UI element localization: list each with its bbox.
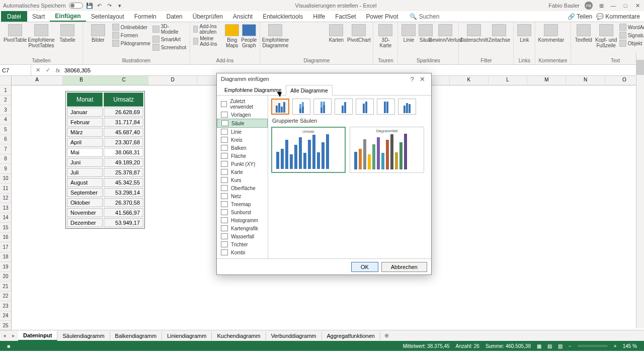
header-footer-button[interactable]: Kopf- und Fußzeile <box>595 23 617 48</box>
cell-monat[interactable]: Juni <box>67 158 103 167</box>
timeline-button[interactable]: Zeitachse <box>488 23 510 43</box>
chart-type-kurs[interactable]: Kurs <box>217 176 268 184</box>
row-header-11[interactable]: 11 <box>0 184 11 194</box>
cell-monat[interactable]: November <box>67 208 103 217</box>
cell-monat[interactable]: Dezember <box>67 218 103 227</box>
table-row[interactable]: Januar26.628,69 <box>67 108 143 117</box>
save-icon[interactable]: 💾 <box>86 2 93 9</box>
table-row[interactable]: Mai38.068,31 <box>67 148 143 157</box>
smartart-button[interactable]: SmartArt <box>152 35 187 43</box>
row-header-5[interactable]: 5 <box>0 125 11 135</box>
qat-customize-icon[interactable]: ▾ <box>116 2 123 9</box>
row-header-7[interactable]: 7 <box>0 144 11 154</box>
table-row[interactable]: September53.298,14 <box>67 188 143 197</box>
window-options-icon[interactable]: ⊞ <box>598 2 605 9</box>
vertical-scrollbar[interactable] <box>636 53 644 328</box>
fx-icon[interactable]: fx <box>54 67 61 73</box>
row-header-4[interactable]: 4 <box>0 115 11 125</box>
view-pagebreak-icon[interactable]: ▧ <box>558 343 562 349</box>
pictures-button[interactable]: Bilder <box>86 23 110 43</box>
cell-monat[interactable]: Mai <box>67 148 103 157</box>
new-sheet-button[interactable]: ⊕ <box>380 331 393 340</box>
chart-type-linie[interactable]: Linie <box>217 128 268 136</box>
subtype-3d-clustered[interactable] <box>335 99 353 115</box>
chart-type-punkt-xy-[interactable]: Punkt (XY) <box>217 160 268 168</box>
name-box[interactable]: C7 <box>0 65 31 75</box>
cancel-formula-icon[interactable]: ✕ <box>34 67 41 73</box>
cell-monat[interactable]: Juli <box>67 168 103 177</box>
cell-umsatz[interactable]: 26.370,58 <box>104 198 143 207</box>
dialog-cancel-button[interactable]: Abbrechen <box>381 262 427 272</box>
row-header-21[interactable]: 21 <box>0 282 11 292</box>
col-header-B[interactable]: B <box>63 76 100 85</box>
sheet-tab-verbunddiagramm[interactable]: Verbunddiagramm <box>266 331 322 340</box>
comments-button[interactable]: 💬 Kommentare <box>596 13 640 20</box>
chart-gallery-col-icon[interactable] <box>289 23 299 31</box>
row-header-9[interactable]: 9 <box>0 164 11 174</box>
sheet-tab-aggregatfunktionen[interactable]: Aggregatfunktionen <box>322 331 380 340</box>
file-tab[interactable]: Datei <box>1 11 27 22</box>
tab-hilfe[interactable]: Hilfe <box>308 11 330 22</box>
cell-umsatz[interactable]: 25.378,87 <box>104 168 143 177</box>
dialog-ok-button[interactable]: OK <box>351 262 378 272</box>
shapes-button[interactable]: Formen <box>112 31 150 39</box>
3dmodels-button[interactable]: 3D-Modelle <box>152 23 187 35</box>
col-header-C[interactable]: C <box>100 76 149 85</box>
chart-type-kreis[interactable]: Kreis <box>217 136 268 144</box>
chart-gallery-pie-icon[interactable] <box>313 23 324 31</box>
tab-einfuegen[interactable]: Einfügen <box>50 11 86 22</box>
comment-button[interactable]: Kommentar <box>538 23 564 43</box>
cell-monat[interactable]: September <box>67 188 103 197</box>
cell-umsatz[interactable]: 53.298,14 <box>104 188 143 197</box>
table-row[interactable]: März45.687,40 <box>67 128 143 137</box>
chart-type-kartengrafik[interactable]: Kartengrafik <box>217 224 268 232</box>
tab-ueberpruefen[interactable]: Überprüfen <box>188 11 228 22</box>
cell-umsatz[interactable]: 45.687,40 <box>104 128 143 137</box>
chart-type-balken[interactable]: Balken <box>217 144 268 152</box>
col-header-N[interactable]: N <box>566 76 605 85</box>
row-header-18[interactable]: 18 <box>0 252 11 262</box>
chart-type-karte[interactable]: Karte <box>217 168 268 176</box>
table-row[interactable]: Juli25.378,87 <box>67 168 143 177</box>
tab-ansicht[interactable]: Ansicht <box>228 11 258 22</box>
slicer-button[interactable]: Datenschnitt <box>462 23 486 43</box>
row-header-2[interactable]: 2 <box>0 96 11 106</box>
chart-gallery-bar-icon[interactable] <box>289 32 299 40</box>
row-header-23[interactable]: 23 <box>0 301 11 311</box>
col-header-K[interactable]: K <box>450 76 489 85</box>
chart-type-treemap[interactable]: Treemap <box>217 200 268 208</box>
cell-monat[interactable]: Oktober <box>67 198 103 207</box>
user-avatar[interactable]: FB <box>585 2 593 10</box>
object-button[interactable]: Objekt <box>619 39 644 47</box>
cell-monat[interactable]: März <box>67 128 103 137</box>
macro-record-icon[interactable]: ■ <box>7 343 10 349</box>
sheet-tab-säulendiagramm[interactable]: Säulendiagramm <box>57 331 110 340</box>
cell-umsatz[interactable]: 49.189,20 <box>104 158 143 167</box>
chart-type-histogramm[interactable]: Histogramm <box>217 216 268 224</box>
pivotchart-button[interactable]: PivotChart <box>348 23 370 43</box>
pictograms-button[interactable]: Piktogramme <box>112 39 150 47</box>
dialog-close-icon[interactable]: ✕ <box>417 75 427 83</box>
bing-maps-button[interactable]: Bing Maps <box>225 23 239 48</box>
table-row[interactable]: Dezember53.949,17 <box>67 218 143 227</box>
chart-gallery-scatter-icon[interactable] <box>313 32 324 40</box>
redo-icon[interactable]: ↷ <box>106 2 113 9</box>
subtype-100stacked-column[interactable] <box>313 99 332 115</box>
table-row[interactable]: August45.342,55 <box>67 178 143 187</box>
people-graph-button[interactable]: People Graph <box>241 23 257 48</box>
row-header-6[interactable]: 6 <box>0 135 11 145</box>
dialog-help-icon[interactable]: ? <box>407 75 417 83</box>
row-header-14[interactable]: 14 <box>0 213 11 223</box>
sheet-tab-dateninput[interactable]: Dateninput <box>18 331 57 341</box>
chart-type-netz[interactable]: Netz <box>217 192 268 200</box>
table-row[interactable]: Juni49.189,20 <box>67 158 143 167</box>
share-button[interactable]: 🔗 Teilen <box>568 13 592 20</box>
3dmap-button[interactable]: 3D-Karte <box>376 23 394 48</box>
view-pagelayout-icon[interactable]: ▤ <box>547 343 552 349</box>
chart-type-vorlagen[interactable]: Vorlagen <box>217 111 268 119</box>
sheet-nav-last-icon[interactable]: ▸ <box>9 332 18 339</box>
tab-formeln[interactable]: Formeln <box>129 11 162 22</box>
chart-preview-1[interactable]: Umsatz <box>271 127 346 173</box>
row-header-10[interactable]: 10 <box>0 174 11 184</box>
enter-formula-icon[interactable]: ✓ <box>44 67 51 73</box>
